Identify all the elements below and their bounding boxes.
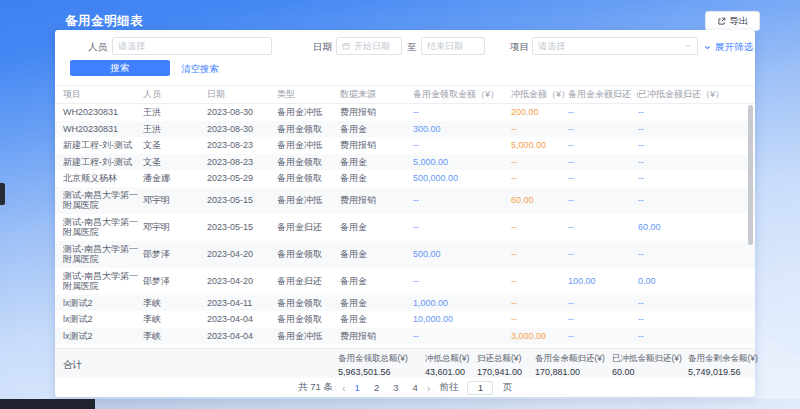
cell-offset: --	[511, 311, 568, 328]
cell-offset: --	[511, 295, 568, 312]
table-row[interactable]: WH20230831王洪2023-08-30备用金领取备用金300.00----…	[55, 121, 755, 138]
cell-project: 测试-南昌大学第一附属医院	[63, 214, 143, 241]
table-row[interactable]: 测试-南昌大学第一附属医院邓宇明2023-05-15备用金归还备用金------…	[55, 214, 755, 241]
summary-stat: 冲抵总额(¥)43,601.00	[425, 353, 469, 377]
prev-page-button[interactable]: ‹	[342, 383, 346, 393]
page-title: 备用金明细表	[65, 13, 143, 30]
cell-type: 备用金冲抵	[277, 192, 340, 209]
cell-offset_returned: --	[638, 311, 747, 328]
chevron-down-icon	[684, 42, 692, 50]
left-edge-tab[interactable]	[0, 183, 5, 205]
cell-type: 备用金领取	[277, 170, 340, 187]
vertical-scrollbar[interactable]	[748, 105, 753, 245]
cell-balance_returned: --	[568, 154, 638, 171]
cell-offset_returned: 60.00	[638, 219, 747, 236]
page-button-2[interactable]: 2	[374, 382, 379, 393]
page-button-4[interactable]: 4	[412, 382, 417, 393]
cell-offset_returned: 0.00	[638, 273, 747, 290]
chevron-down-icon	[703, 43, 712, 52]
summary-stat-label: 已冲抵金额归还(¥)	[612, 353, 682, 365]
cell-received: --	[413, 219, 511, 236]
table-row[interactable]: 新建工程-刘-测试文圣2023-08-23备用金冲抵费用报销--5,000.00…	[55, 137, 755, 154]
cell-person: 邓宇明	[143, 219, 207, 236]
search-button[interactable]: 搜索	[70, 60, 170, 76]
cell-project: 测试-南昌大学第一附属医院	[63, 241, 143, 268]
cell-source: 备用金	[340, 246, 413, 263]
cell-person: 潘金娜	[143, 170, 207, 187]
cell-offset_returned: --	[638, 246, 747, 263]
table-row[interactable]: lx测试2李峡2023-04-04备用金冲抵费用报销--3,000.00----	[55, 328, 755, 345]
cell-offset: --	[511, 273, 568, 290]
cell-offset_returned: --	[638, 328, 747, 345]
project-select-input[interactable]	[538, 41, 680, 51]
column-header: 人员	[143, 88, 207, 101]
table-row[interactable]: 测试-南昌大学第一附属医院邵梦泽2023-04-20备用金领取备用金500.00…	[55, 241, 755, 268]
cell-source: 备用金	[340, 311, 413, 328]
cell-project: 测试-南昌大学第一附属医院	[63, 268, 143, 295]
cell-source: 备用金	[340, 170, 413, 187]
project-select[interactable]	[532, 37, 698, 55]
page-button-3[interactable]: 3	[393, 382, 398, 393]
cell-project: WH20230831	[63, 121, 143, 138]
clear-search-link[interactable]: 清空搜索	[181, 63, 219, 76]
column-header: 项目	[63, 88, 143, 101]
table-row[interactable]: lx测试2李峡2023-04-04备用金领取备用金10,000.00------	[55, 311, 755, 328]
table-row[interactable]: 测试-南昌大学第一附属医院邵梦泽2023-04-20备用金归还备用金----10…	[55, 268, 755, 295]
end-date-field[interactable]	[427, 41, 479, 51]
start-date-field[interactable]	[354, 41, 396, 51]
cell-received: 5,000.00	[413, 154, 511, 171]
cell-offset_returned: --	[638, 170, 747, 187]
table-body: WH20230831王洪2023-08-30备用金冲抵费用报销--200.00-…	[55, 104, 755, 349]
cell-source: 备用金	[340, 154, 413, 171]
main-card: 人员 日期 至 项目 展开筛选 搜索 清空搜索 项目人员日期类型数据来源备用金领…	[55, 30, 755, 397]
column-header: 备用金余额归还（¥）	[568, 88, 638, 101]
summary-stat-label: 备用金剩余金额(¥)	[688, 353, 758, 365]
cell-offset: --	[511, 121, 568, 138]
export-button[interactable]: 导出	[705, 11, 760, 31]
person-select[interactable]	[112, 37, 272, 55]
cell-date: 2023-05-15	[207, 219, 277, 236]
column-header: 冲抵金额（¥）	[511, 88, 568, 101]
table-row[interactable]: WH20230831王洪2023-08-30备用金冲抵费用报销--200.00-…	[55, 104, 755, 121]
table-row[interactable]: 北京顺义杨林潘金娜2023-05-29备用金领取备用金500,000.00---…	[55, 170, 755, 187]
cell-source: 费用报销	[340, 192, 413, 209]
person-select-input[interactable]	[118, 41, 266, 51]
cell-person: 文圣	[143, 154, 207, 171]
summary-row: 合计 备用金领取总额(¥)5,963,501.56冲抵总额(¥)43,601.0…	[55, 348, 755, 378]
page-number-list: 1234	[355, 382, 418, 393]
end-date-input[interactable]	[421, 37, 485, 55]
table-row[interactable]: 测试-南昌大学第一附属医院邓宇明2023-05-15备用金冲抵费用报销--60.…	[55, 187, 755, 214]
goto-page-input[interactable]	[467, 381, 493, 395]
cell-offset_returned: --	[638, 154, 747, 171]
column-header: 备用金领取金额（¥）	[413, 88, 511, 101]
cell-balance_returned: --	[568, 121, 638, 138]
cell-person: 邵梦泽	[143, 273, 207, 290]
next-page-button[interactable]: ›	[427, 383, 431, 393]
table-header-row: 项目人员日期类型数据来源备用金领取金额（¥）冲抵金额（¥）备用金余额归还（¥）已…	[55, 86, 755, 104]
data-table: 项目人员日期类型数据来源备用金领取金额（¥）冲抵金额（¥）备用金余额归还（¥）已…	[55, 85, 755, 349]
summary-stat-label: 冲抵总额(¥)	[425, 353, 469, 365]
summary-stat-value: 60.00	[612, 367, 682, 377]
calendar-icon	[342, 42, 350, 50]
summary-stat: 备用金剩余金额(¥)5,749,019.56	[688, 353, 758, 377]
cell-type: 备用金领取	[277, 246, 340, 263]
cell-date: 2023-08-23	[207, 154, 277, 171]
cell-balance_returned: 100.00	[568, 273, 638, 290]
cell-source: 备用金	[340, 295, 413, 312]
cell-offset: 5,000.00	[511, 137, 568, 154]
table-row[interactable]: lx测试2李峡2023-04-11备用金领取备用金1,000.00------	[55, 295, 755, 312]
expand-filter-label: 展开筛选	[715, 41, 753, 54]
table-row[interactable]: 新建工程-刘-测试文圣2023-08-23备用金领取备用金5,000.00---…	[55, 154, 755, 171]
cell-offset: --	[511, 219, 568, 236]
cell-balance_returned: --	[568, 104, 638, 121]
cell-date: 2023-04-04	[207, 311, 277, 328]
column-header: 已冲抵金额归还（¥）	[638, 88, 747, 101]
cell-offset_returned: --	[638, 137, 747, 154]
cell-project: lx测试2	[63, 295, 143, 312]
start-date-input[interactable]	[336, 37, 402, 55]
cell-date: 2023-05-29	[207, 170, 277, 187]
page-button-1[interactable]: 1	[355, 382, 360, 393]
summary-stat-label: 备用金领取总额(¥)	[338, 353, 408, 365]
cell-balance_returned: --	[568, 170, 638, 187]
expand-filter-link[interactable]: 展开筛选	[703, 41, 753, 54]
